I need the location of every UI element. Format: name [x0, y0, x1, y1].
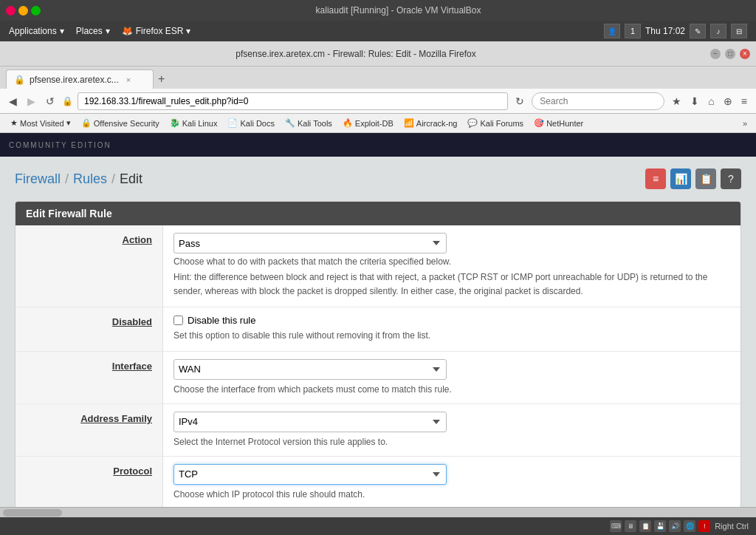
- disabled-checkbox-row: Disable this rule: [173, 315, 730, 326]
- window-controls: [6, 6, 41, 16]
- logs-icon-button[interactable]: 📋: [695, 168, 716, 189]
- tab-close-button[interactable]: ×: [126, 75, 131, 84]
- bm-nethunter[interactable]: 🎯 NetHunter: [529, 117, 588, 129]
- interface-hint: Choose the interface from which packets …: [173, 383, 730, 396]
- bm-forums-icon: 💬: [467, 118, 478, 128]
- interface-content: WAN LAN DMZ Choose the interface from wh…: [163, 352, 740, 403]
- disabled-content: Disable this rule Set this option to dis…: [163, 307, 740, 351]
- tab-favicon: 🔒: [14, 75, 25, 85]
- action-content: Pass Block Reject Choose what to do with…: [163, 225, 740, 307]
- action-select[interactable]: Pass Block Reject: [173, 233, 447, 253]
- download-button[interactable]: ⬇: [687, 94, 702, 109]
- action-label[interactable]: Action: [123, 234, 152, 245]
- title-bar: kaliaudit [Running] - Oracle VM VirtualB…: [0, 0, 756, 21]
- disabled-row: Disabled Disable this rule Set this opti…: [16, 307, 740, 352]
- horizontal-scrollbar[interactable]: [0, 507, 756, 517]
- tab-title: pfsense.irex.aretex.c...: [30, 75, 119, 85]
- search-input[interactable]: [532, 92, 664, 110]
- places-menu[interactable]: Places ▾: [70, 23, 116, 39]
- os-menubar: Applications ▾ Places ▾ 🦊 Firefox ESR ▾ …: [0, 21, 756, 41]
- bm-exploit-icon: 🔥: [343, 118, 353, 128]
- browser-menu[interactable]: 🦊 Firefox ESR ▾: [116, 23, 197, 39]
- protocol-row: Protocol TCP UDP TCP/UDP ICMP Any Choose…: [16, 457, 740, 507]
- bookmark-star-button[interactable]: ★: [669, 94, 684, 109]
- bm-kali-forums[interactable]: 💬 Kali Forums: [463, 117, 528, 129]
- bm-most-visited[interactable]: ★ Most Visited ▾: [6, 117, 75, 129]
- browser-close-button[interactable]: ×: [740, 49, 750, 59]
- bm-nethunter-icon: 🎯: [534, 118, 544, 128]
- places-chevron: ▾: [106, 26, 110, 36]
- browser-minimize-button[interactable]: −: [710, 49, 721, 59]
- bm-docs-icon: 📄: [227, 118, 238, 128]
- breadcrumb-sep1: /: [65, 171, 69, 187]
- back-button[interactable]: ◀: [6, 94, 20, 109]
- bm-aircrack-icon: 📶: [404, 118, 414, 128]
- disabled-checkbox[interactable]: [173, 316, 183, 325]
- reload-stop-button[interactable]: ↻: [512, 94, 527, 109]
- home-button[interactable]: ⌂: [705, 94, 717, 109]
- breadcrumb-edit: Edit: [120, 171, 142, 187]
- interface-label-col: Interface: [16, 352, 163, 403]
- lock-icon: 🔒: [62, 96, 73, 106]
- disabled-label-col: Disabled: [16, 307, 163, 351]
- edit-firewall-rule-panel: Edit Firewall Rule Action Pass Block Rej…: [15, 201, 741, 507]
- bookmarks-more-button[interactable]: »: [740, 117, 750, 129]
- new-tab-button[interactable]: +: [155, 69, 168, 89]
- address-family-label[interactable]: Address Family: [80, 413, 152, 424]
- menu-button[interactable]: ≡: [738, 94, 750, 109]
- browser-chrome: pfsense.irex.aretex.cm - Firewall: Rules…: [0, 41, 756, 133]
- reload-button[interactable]: ↺: [43, 94, 58, 109]
- bm-exploit-db[interactable]: 🔥 Exploit-DB: [338, 117, 398, 129]
- bm-kali-linux[interactable]: 🐉 Kali Linux: [165, 117, 222, 129]
- bm-docs-label: Kali Docs: [240, 119, 274, 128]
- applications-label: Applications: [9, 26, 57, 36]
- disabled-checkbox-label[interactable]: Disable this rule: [188, 315, 256, 326]
- action-hint: Choose what to do with packets that matc…: [173, 255, 730, 299]
- interface-select[interactable]: WAN LAN DMZ: [173, 359, 447, 380]
- window-minimize-button[interactable]: [18, 6, 28, 16]
- applications-menu[interactable]: Applications ▾: [3, 23, 70, 39]
- status-icon-4: 💾: [654, 520, 666, 532]
- status-icons: ⌨ 🖥 📋 💾 🔊 🌐 !: [610, 520, 710, 532]
- breadcrumb-rules-link[interactable]: Rules: [73, 171, 107, 187]
- bm-kali-tools[interactable]: 🔧 Kali Tools: [281, 117, 337, 129]
- bm-exploit-label: Exploit-DB: [355, 119, 394, 128]
- address-input[interactable]: [78, 92, 508, 110]
- protocol-label[interactable]: Protocol: [113, 466, 152, 477]
- bm-offensive-security[interactable]: 🔒 Offensive Security: [77, 117, 164, 129]
- rules-list-icon-button[interactable]: ≡: [645, 168, 666, 189]
- browser-tab[interactable]: 🔒 pfsense.irex.aretex.c... ×: [6, 69, 154, 89]
- browser-icon: 🦊: [122, 26, 133, 36]
- bm-tools-icon: 🔧: [285, 118, 295, 128]
- address-bar-icons: ★ ⬇ ⌂ ⊕ ≡: [669, 94, 750, 109]
- breadcrumb-action-icons: ≡ 📊 📋 ?: [645, 168, 741, 189]
- help-icon-button[interactable]: ?: [721, 168, 741, 189]
- window-close-button[interactable]: [6, 6, 16, 16]
- address-family-select[interactable]: IPv4 IPv6 IPv4+IPv6: [173, 412, 447, 432]
- breadcrumb-sep2: /: [111, 171, 115, 187]
- scrollbar-thumb[interactable]: [3, 509, 62, 517]
- network-icon-box: ⊟: [731, 24, 747, 38]
- browser-maximize-button[interactable]: □: [725, 49, 735, 59]
- pocket-button[interactable]: ⊕: [721, 94, 735, 109]
- stats-icon-button[interactable]: 📊: [670, 168, 691, 189]
- action-label-col: Action: [16, 225, 163, 307]
- address-family-content: IPv4 IPv6 IPv4+IPv6 Select the Internet …: [163, 404, 740, 456]
- protocol-select[interactable]: TCP UDP TCP/UDP ICMP Any: [173, 464, 447, 485]
- window-title: kaliaudit [Running] - Oracle VM VirtualB…: [47, 5, 750, 16]
- breadcrumb-firewall-link[interactable]: Firewall: [15, 171, 61, 187]
- interface-label[interactable]: Interface: [112, 361, 152, 372]
- bm-offensive-label: Offensive Security: [94, 119, 159, 128]
- bm-most-visited-chevron: ▾: [66, 118, 71, 128]
- bm-kali-docs[interactable]: 📄 Kali Docs: [223, 117, 278, 129]
- user-icon-box: 👤: [604, 24, 620, 38]
- disabled-label: Disabled: [112, 316, 152, 327]
- forward-button[interactable]: ▶: [24, 94, 38, 109]
- status-text: Right Ctrl: [715, 522, 749, 531]
- bm-aircrack[interactable]: 📶 Aircrack-ng: [399, 117, 462, 129]
- status-icon-3: 📋: [639, 520, 651, 532]
- action-hint-line2: Hint: the difference between block and r…: [173, 270, 730, 299]
- address-bar: ◀ ▶ ↺ 🔒 ↻ ★ ⬇ ⌂ ⊕ ≡: [0, 89, 756, 114]
- os-time: Thu 17:02: [645, 26, 685, 36]
- window-maximize-button[interactable]: [31, 6, 41, 16]
